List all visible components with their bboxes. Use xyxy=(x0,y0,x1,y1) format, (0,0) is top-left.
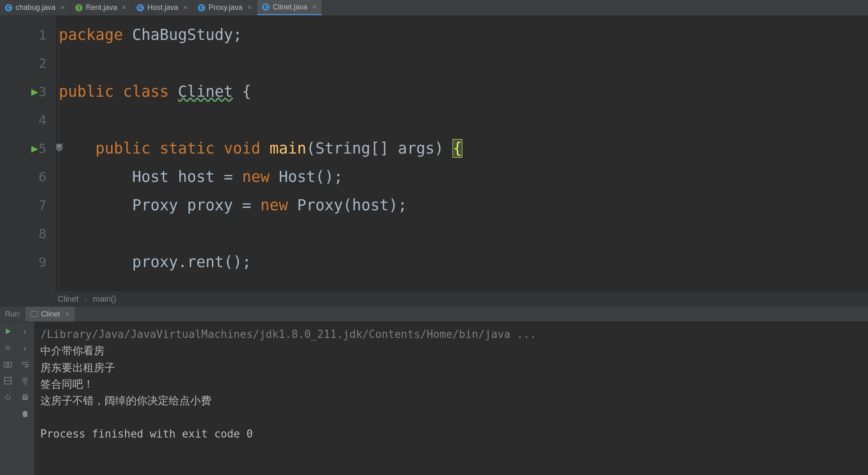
up-arrow-icon[interactable]: ↑ xyxy=(20,326,30,337)
editor-tab[interactable]: CProxy.java× xyxy=(193,0,257,15)
code-token: { xyxy=(233,83,251,100)
close-icon[interactable]: × xyxy=(247,3,252,12)
code-line[interactable]: public static void main(String[] args) { xyxy=(56,134,868,163)
console-line: 中介带你看房 xyxy=(40,342,862,359)
line-number: 4 xyxy=(39,112,46,128)
line-number: 8 xyxy=(39,226,46,242)
line-number: 5 xyxy=(39,141,46,156)
gutter-row[interactable]: 9 xyxy=(0,248,56,276)
gutter-row[interactable]: 3▶ xyxy=(0,77,56,106)
editor-container: 123▶45▶6789 package ChaBugStudy;public c… xyxy=(0,16,868,291)
breadcrumb-method[interactable]: main() xyxy=(93,294,116,304)
editor-tabs-bar: Cchabug.java×IRent.java×CHost.java×CProx… xyxy=(0,0,868,16)
editor-tab[interactable]: CHost.java× xyxy=(132,0,193,15)
tab-label: Proxy.java xyxy=(209,3,243,12)
run-tool-header: Run: Clinet × xyxy=(0,306,868,322)
code-area[interactable]: package ChaBugStudy;public class Clinet … xyxy=(56,16,868,291)
exit-icon[interactable] xyxy=(2,392,13,403)
editor-tab[interactable]: IRent.java× xyxy=(70,0,132,15)
breadcrumb-sep-icon: › xyxy=(84,294,87,304)
class-icon: C xyxy=(5,4,12,12)
code-token: Clinet xyxy=(178,83,233,100)
code-token: public static void xyxy=(95,140,269,157)
close-icon[interactable]: × xyxy=(60,3,65,12)
console-output[interactable]: /Library/Java/JavaVirtualMachines/jdk1.8… xyxy=(35,322,868,475)
svg-rect-1 xyxy=(4,362,12,367)
indent-guide xyxy=(58,23,59,291)
trash-icon[interactable] xyxy=(20,408,30,419)
run-config-tab[interactable]: Clinet × xyxy=(26,307,74,321)
gutter-row[interactable]: 5▶ xyxy=(0,134,56,163)
class-icon: C xyxy=(262,3,269,11)
gutter-row[interactable]: 2 xyxy=(0,49,56,77)
code-token: package xyxy=(59,26,132,44)
close-icon[interactable]: × xyxy=(65,310,70,319)
svg-rect-0 xyxy=(5,345,10,350)
code-line[interactable]: package ChaBugStudy; xyxy=(56,21,868,49)
rerun-icon[interactable] xyxy=(2,326,13,337)
camera-icon[interactable] xyxy=(2,359,13,370)
interface-icon: I xyxy=(75,4,83,12)
editor-gutter: 123▶45▶6789 xyxy=(0,16,56,291)
close-icon[interactable]: × xyxy=(312,3,317,12)
code-line[interactable]: public class Clinet { xyxy=(56,77,868,106)
down-arrow-icon[interactable]: ↓ xyxy=(20,342,30,353)
scroll-end-icon[interactable] xyxy=(20,375,30,386)
code-token: (String[] args) xyxy=(306,140,453,157)
code-token: Host(); xyxy=(279,168,343,186)
editor-tab[interactable]: Cchabug.java× xyxy=(0,0,70,15)
console-line: 签合同吧！ xyxy=(40,376,862,392)
line-number: 1 xyxy=(39,27,46,43)
class-icon: C xyxy=(137,4,144,12)
run-gutter-icon[interactable]: ▶ xyxy=(31,85,38,98)
fold-icon[interactable] xyxy=(56,144,63,154)
run-config-label: Clinet xyxy=(41,310,60,319)
tab-label: Clinet.java xyxy=(273,3,307,12)
soft-wrap-icon[interactable] xyxy=(20,359,30,370)
code-line[interactable]: Host host = new Host(); xyxy=(56,163,868,191)
run-window-icon xyxy=(30,311,38,317)
console-line: 房东要出租房子 xyxy=(40,359,862,376)
run-gutter-icon[interactable]: ▶ xyxy=(31,142,38,155)
gutter-row[interactable]: 7 xyxy=(0,191,56,219)
svg-rect-6 xyxy=(23,395,27,396)
close-icon[interactable]: × xyxy=(122,3,127,12)
gutter-row[interactable]: 1 xyxy=(0,21,56,49)
line-number: 6 xyxy=(39,169,46,185)
layout-icon[interactable] xyxy=(2,375,13,386)
console-line: 这房子不错，阔绰的你决定给点小费 xyxy=(40,392,862,409)
line-number: 9 xyxy=(39,254,46,270)
svg-point-2 xyxy=(7,363,9,366)
code-token: Host host = xyxy=(132,168,242,186)
editor-tab[interactable]: CClinet.java× xyxy=(257,0,322,15)
class-icon: C xyxy=(198,4,205,12)
code-token: { xyxy=(453,140,462,157)
gutter-row[interactable]: 6 xyxy=(0,163,56,191)
code-token: new xyxy=(260,196,297,214)
tab-label: Rent.java xyxy=(86,3,117,12)
code-token: Proxy(host); xyxy=(297,196,407,214)
print-icon[interactable] xyxy=(20,392,30,403)
gutter-row[interactable]: 4 xyxy=(0,106,56,134)
run-label: Run: xyxy=(0,310,26,319)
console-line xyxy=(40,409,862,425)
code-line[interactable]: Proxy proxy = new Proxy(host); xyxy=(56,191,868,219)
console-toolbar-right: ↑ ↓ xyxy=(16,322,35,475)
tab-label: Host.java xyxy=(147,3,178,12)
gutter-row[interactable]: 8 xyxy=(0,219,56,248)
line-number: 2 xyxy=(39,56,46,71)
code-line[interactable]: proxy.rent(); xyxy=(56,248,868,276)
breadcrumb-class[interactable]: Clinet xyxy=(58,294,79,304)
tab-label: chabug.java xyxy=(16,3,56,12)
stop-icon[interactable] xyxy=(2,342,13,353)
console-container: ↑ ↓ /Library/Java/JavaVirtualMachines/jd… xyxy=(0,322,868,475)
code-line[interactable] xyxy=(56,49,868,77)
code-token: Proxy proxy = xyxy=(132,196,260,214)
console-toolbar-left xyxy=(0,322,16,475)
close-icon[interactable]: × xyxy=(183,3,188,12)
code-token: new xyxy=(242,168,279,186)
line-number: 7 xyxy=(39,198,46,213)
code-line[interactable] xyxy=(56,106,868,134)
console-line: /Library/Java/JavaVirtualMachines/jdk1.8… xyxy=(40,326,862,342)
code-line[interactable] xyxy=(56,219,868,248)
